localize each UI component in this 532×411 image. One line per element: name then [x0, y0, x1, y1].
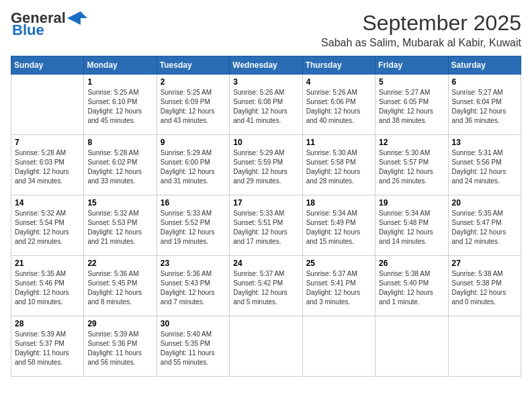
- day-info: Sunrise: 5:38 AMSunset: 5:40 PMDaylight:…: [379, 269, 444, 307]
- logo: General Blue: [11, 11, 87, 39]
- day-info: Sunrise: 5:38 AMSunset: 5:38 PMDaylight:…: [452, 269, 517, 307]
- week-row-3: 14Sunrise: 5:32 AMSunset: 5:54 PMDayligh…: [11, 195, 521, 256]
- day-info: Sunrise: 5:26 AMSunset: 6:08 PMDaylight:…: [233, 88, 298, 126]
- day-info: Sunrise: 5:36 AMSunset: 5:43 PMDaylight:…: [161, 269, 226, 307]
- calendar-table: SundayMondayTuesdayWednesdayThursdayFrid…: [11, 56, 521, 377]
- calendar-cell: 29Sunrise: 5:39 AMSunset: 5:36 PMDayligh…: [84, 316, 157, 377]
- day-info: Sunrise: 5:30 AMSunset: 5:58 PMDaylight:…: [306, 148, 371, 186]
- day-number: 28: [15, 319, 80, 328]
- day-number: 11: [306, 138, 371, 147]
- day-number: 25: [306, 259, 371, 268]
- week-row-1: 1Sunrise: 5:25 AMSunset: 6:10 PMDaylight…: [11, 75, 521, 135]
- day-info: Sunrise: 5:31 AMSunset: 5:56 PMDaylight:…: [452, 148, 517, 186]
- calendar-cell: [448, 316, 521, 377]
- day-info: Sunrise: 5:30 AMSunset: 5:57 PMDaylight:…: [379, 148, 444, 186]
- day-info: Sunrise: 5:28 AMSunset: 6:03 PMDaylight:…: [15, 148, 80, 186]
- day-info: Sunrise: 5:32 AMSunset: 5:54 PMDaylight:…: [15, 209, 80, 246]
- day-info: Sunrise: 5:35 AMSunset: 5:46 PMDaylight:…: [15, 269, 80, 307]
- day-info: Sunrise: 5:27 AMSunset: 6:05 PMDaylight:…: [379, 88, 444, 126]
- calendar-cell: 4Sunrise: 5:26 AMSunset: 6:06 PMDaylight…: [302, 75, 375, 135]
- calendar-header-sunday: Sunday: [11, 56, 84, 75]
- calendar-cell: 3Sunrise: 5:26 AMSunset: 6:08 PMDaylight…: [230, 75, 302, 135]
- day-info: Sunrise: 5:28 AMSunset: 6:02 PMDaylight:…: [87, 148, 152, 186]
- calendar-cell: 11Sunrise: 5:30 AMSunset: 5:58 PMDayligh…: [302, 135, 375, 195]
- day-number: 19: [379, 198, 444, 208]
- calendar-cell: 21Sunrise: 5:35 AMSunset: 5:46 PMDayligh…: [11, 256, 84, 316]
- day-info: Sunrise: 5:32 AMSunset: 5:53 PMDaylight:…: [87, 209, 152, 246]
- title-block: September 2025 Sabah as Salim, Mubarak a…: [321, 11, 521, 49]
- calendar-cell: 6Sunrise: 5:27 AMSunset: 6:04 PMDaylight…: [448, 75, 521, 135]
- day-info: Sunrise: 5:39 AMSunset: 5:36 PMDaylight:…: [87, 330, 152, 367]
- calendar-cell: 28Sunrise: 5:39 AMSunset: 5:37 PMDayligh…: [11, 316, 84, 377]
- calendar-cell: 17Sunrise: 5:33 AMSunset: 5:51 PMDayligh…: [230, 195, 302, 256]
- day-number: 23: [161, 259, 226, 268]
- calendar-cell: 7Sunrise: 5:28 AMSunset: 6:03 PMDaylight…: [11, 135, 84, 195]
- day-info: Sunrise: 5:29 AMSunset: 5:59 PMDaylight:…: [233, 148, 298, 186]
- calendar-cell: 2Sunrise: 5:25 AMSunset: 6:09 PMDaylight…: [157, 75, 229, 135]
- day-info: Sunrise: 5:29 AMSunset: 6:00 PMDaylight:…: [161, 148, 226, 186]
- day-number: 26: [379, 259, 444, 268]
- day-number: 16: [161, 198, 226, 208]
- day-number: 21: [15, 259, 80, 268]
- day-number: 10: [233, 138, 298, 147]
- day-number: 13: [452, 138, 517, 147]
- calendar-cell: 15Sunrise: 5:32 AMSunset: 5:53 PMDayligh…: [84, 195, 157, 256]
- day-info: Sunrise: 5:40 AMSunset: 5:35 PMDaylight:…: [161, 330, 226, 367]
- day-number: 30: [161, 319, 226, 328]
- logo-arrow-icon: [67, 11, 87, 25]
- calendar-cell: 19Sunrise: 5:34 AMSunset: 5:48 PMDayligh…: [375, 195, 448, 256]
- calendar-cell: 1Sunrise: 5:25 AMSunset: 6:10 PMDaylight…: [84, 75, 157, 135]
- day-info: Sunrise: 5:27 AMSunset: 6:04 PMDaylight:…: [452, 88, 517, 126]
- calendar-cell: 16Sunrise: 5:33 AMSunset: 5:52 PMDayligh…: [157, 195, 229, 256]
- day-number: 24: [233, 259, 298, 268]
- day-info: Sunrise: 5:33 AMSunset: 5:51 PMDaylight:…: [233, 209, 298, 246]
- calendar-cell: 23Sunrise: 5:36 AMSunset: 5:43 PMDayligh…: [157, 256, 229, 316]
- calendar-cell: 30Sunrise: 5:40 AMSunset: 5:35 PMDayligh…: [157, 316, 229, 377]
- day-number: 15: [87, 198, 152, 208]
- calendar-cell: [302, 316, 375, 377]
- day-info: Sunrise: 5:33 AMSunset: 5:52 PMDaylight:…: [161, 209, 226, 246]
- calendar-cell: [11, 75, 84, 135]
- day-number: 27: [452, 259, 517, 268]
- day-info: Sunrise: 5:26 AMSunset: 6:06 PMDaylight:…: [306, 88, 371, 126]
- day-info: Sunrise: 5:25 AMSunset: 6:09 PMDaylight:…: [161, 88, 226, 126]
- day-number: 5: [379, 77, 444, 87]
- week-row-4: 21Sunrise: 5:35 AMSunset: 5:46 PMDayligh…: [11, 256, 521, 316]
- calendar-cell: 24Sunrise: 5:37 AMSunset: 5:42 PMDayligh…: [230, 256, 302, 316]
- location-title: Sabah as Salim, Mubarak al Kabir, Kuwait: [321, 37, 521, 49]
- day-number: 14: [15, 198, 80, 208]
- calendar-cell: 12Sunrise: 5:30 AMSunset: 5:57 PMDayligh…: [375, 135, 448, 195]
- calendar-cell: 13Sunrise: 5:31 AMSunset: 5:56 PMDayligh…: [448, 135, 521, 195]
- calendar-header-monday: Monday: [84, 56, 157, 75]
- day-number: 1: [87, 77, 152, 87]
- calendar-header-tuesday: Tuesday: [157, 56, 229, 75]
- calendar-header-friday: Friday: [375, 56, 448, 75]
- calendar-cell: 9Sunrise: 5:29 AMSunset: 6:00 PMDaylight…: [157, 135, 229, 195]
- calendar-cell: 27Sunrise: 5:38 AMSunset: 5:38 PMDayligh…: [448, 256, 521, 316]
- day-info: Sunrise: 5:35 AMSunset: 5:47 PMDaylight:…: [452, 209, 517, 246]
- day-number: 7: [15, 138, 80, 147]
- day-number: 20: [452, 198, 517, 208]
- month-title: September 2025: [321, 11, 521, 36]
- calendar-header-wednesday: Wednesday: [230, 56, 302, 75]
- day-info: Sunrise: 5:34 AMSunset: 5:49 PMDaylight:…: [306, 209, 371, 246]
- day-info: Sunrise: 5:25 AMSunset: 6:10 PMDaylight:…: [87, 88, 152, 126]
- calendar-cell: 10Sunrise: 5:29 AMSunset: 5:59 PMDayligh…: [230, 135, 302, 195]
- calendar-header-thursday: Thursday: [302, 56, 375, 75]
- calendar-cell: 18Sunrise: 5:34 AMSunset: 5:49 PMDayligh…: [302, 195, 375, 256]
- day-number: 2: [161, 77, 226, 87]
- day-info: Sunrise: 5:39 AMSunset: 5:37 PMDaylight:…: [15, 330, 80, 367]
- day-number: 8: [87, 138, 152, 147]
- page-header: General Blue September 2025 Sabah as Sal…: [11, 11, 521, 49]
- day-number: 4: [306, 77, 371, 87]
- day-number: 22: [87, 259, 152, 268]
- calendar-cell: 20Sunrise: 5:35 AMSunset: 5:47 PMDayligh…: [448, 195, 521, 256]
- calendar-cell: 5Sunrise: 5:27 AMSunset: 6:05 PMDaylight…: [375, 75, 448, 135]
- week-row-5: 28Sunrise: 5:39 AMSunset: 5:37 PMDayligh…: [11, 316, 521, 377]
- day-number: 29: [87, 319, 152, 328]
- day-info: Sunrise: 5:37 AMSunset: 5:42 PMDaylight:…: [233, 269, 298, 307]
- calendar-cell: [375, 316, 448, 377]
- calendar-cell: 25Sunrise: 5:37 AMSunset: 5:41 PMDayligh…: [302, 256, 375, 316]
- day-number: 9: [161, 138, 226, 147]
- calendar-cell: [230, 316, 302, 377]
